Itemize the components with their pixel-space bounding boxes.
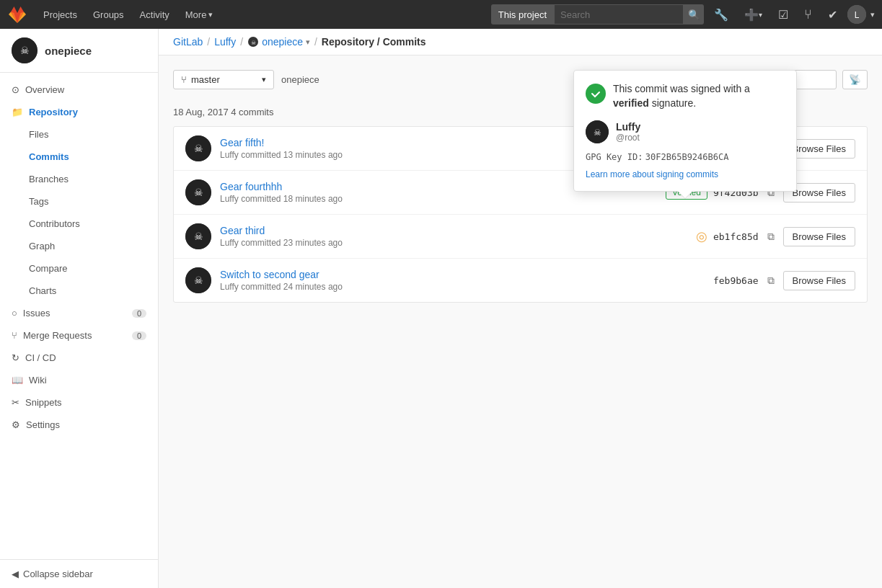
svg-text:☠: ☠ <box>194 143 203 154</box>
logo-area[interactable] <box>7 4 27 24</box>
copy-hash-btn-1[interactable]: ⧉ <box>764 185 777 200</box>
branch-chevron-icon: ▾ <box>262 75 266 84</box>
merge-request-btn[interactable]: ⑂ <box>798 4 818 25</box>
sidebar-item-overview[interactable]: ⊙ Overview <box>0 79 158 101</box>
verified-btn[interactable]: ✔ <box>822 5 843 24</box>
collapse-label: Collapse sidebar <box>23 569 93 579</box>
merge-requests-icon: ⑂ <box>12 330 17 341</box>
nav-more[interactable]: More ▾ <box>178 6 221 23</box>
nav-groups[interactable]: Groups <box>86 6 131 23</box>
repository-label: Repository <box>29 107 78 117</box>
browse-files-btn-1[interactable]: Browse Files <box>783 183 855 202</box>
nav-activity[interactable]: Activity <box>133 6 177 23</box>
graph-label: Graph <box>29 241 55 251</box>
breadcrumb-onepiece[interactable]: onepiece <box>262 36 303 48</box>
more-chevron-icon: ▾ <box>208 10 213 19</box>
wiki-label: Wiki <box>29 375 47 386</box>
breadcrumb-current: Repository / Commits <box>322 36 426 48</box>
search-area: This project 🔍 <box>491 4 704 24</box>
commit-title-link-0[interactable]: Gear fifth! <box>220 137 264 148</box>
browse-files-btn-3[interactable]: Browse Files <box>783 271 855 290</box>
sidebar-item-settings[interactable]: ⚙ Settings <box>0 414 158 436</box>
svg-text:☠: ☠ <box>194 275 203 286</box>
sidebar-item-merge-requests[interactable]: ⑂ Merge Requests 0 <box>0 324 158 347</box>
pending-signature-icon[interactable]: ◎ <box>696 228 707 244</box>
snippets-label: Snippets <box>25 397 62 408</box>
sidebar-item-repository[interactable]: 📁 Repository <box>0 101 158 123</box>
sidebar-item-ci-cd[interactable]: ↻ CI / CD <box>0 347 158 369</box>
settings-label: Settings <box>26 419 60 430</box>
verified-badge-1[interactable]: Verified <box>666 185 707 200</box>
copy-hash-btn-3[interactable]: ⧉ <box>764 273 777 288</box>
sidebar-item-snippets[interactable]: ✂ Snippets <box>0 391 158 414</box>
commit-avatar-3: ☠ <box>185 267 211 293</box>
collapse-sidebar-btn[interactable]: ◀ Collapse sidebar <box>0 559 158 588</box>
breadcrumb-project-icon: ☠ onepiece ▾ <box>247 36 310 48</box>
repo-path: onepiece <box>281 74 319 85</box>
snippets-icon: ✂ <box>12 397 19 408</box>
settings-icon-btn[interactable]: 🔧 <box>708 5 734 24</box>
commit-info-2: Gear third Luffy committed 23 minutes ag… <box>220 225 687 248</box>
sidebar-item-tags[interactable]: Tags <box>6 190 158 213</box>
commit-title-link-2[interactable]: Gear third <box>220 225 265 236</box>
top-navigation: Projects Groups Activity More ▾ This pro… <box>0 0 882 29</box>
ci-cd-icon: ↻ <box>12 352 19 363</box>
browse-files-btn-2[interactable]: Browse Files <box>783 227 855 246</box>
sidebar-item-commits[interactable]: Commits <box>6 146 158 168</box>
user-avatar-img: L <box>847 5 866 24</box>
commit-time-3: 24 minutes ago <box>283 282 343 292</box>
search-input[interactable] <box>554 4 684 24</box>
commit-author-1: Luffy <box>220 194 239 204</box>
contributors-label: Contributors <box>29 218 80 229</box>
browse-files-btn-0[interactable]: Browse Files <box>783 139 855 159</box>
search-commits-input[interactable] <box>678 70 837 89</box>
sidebar-item-issues[interactable]: ○ Issues 0 <box>0 302 158 324</box>
commit-author-2: Luffy <box>220 238 239 248</box>
rss-button[interactable]: 📡 <box>842 70 868 89</box>
commit-info-0: Gear fifth! Luffy committed 13 minutes a… <box>220 137 756 160</box>
sidebar-item-charts[interactable]: Charts <box>6 280 158 302</box>
copy-hash-btn-0[interactable]: ⧉ <box>764 141 777 156</box>
branch-selector[interactable]: ⑂ master ▾ <box>173 70 274 89</box>
sidebar-nav: ⊙ Overview 📁 Repository Files Commits Br… <box>0 73 158 559</box>
svg-text:L: L <box>855 10 860 20</box>
check-circle-icon: ✔ <box>828 8 837 22</box>
content-area: ⑂ master ▾ onepiece 📡 18 Aug, 2017 4 com… <box>159 55 882 317</box>
gitlab-logo-icon <box>7 4 27 24</box>
collapse-icon: ◀ <box>12 569 19 579</box>
table-row: ☠ Switch to second gear Luffy committed … <box>174 259 867 302</box>
search-scope-button[interactable]: This project <box>491 4 554 24</box>
nav-right-area: This project 🔍 🔧 ➕ ▾ ☑ ⑂ ✔ L ▾ <box>491 4 875 25</box>
commit-title-link-3[interactable]: Switch to second gear <box>220 269 319 280</box>
commit-time-1: 18 minutes ago <box>283 194 343 204</box>
breadcrumb-gitlab[interactable]: GitLab <box>173 36 203 48</box>
nav-projects[interactable]: Projects <box>36 6 84 23</box>
new-item-btn[interactable]: ➕ ▾ <box>738 5 768 24</box>
commit-author-0: Luffy <box>220 150 239 160</box>
breadcrumb-sep-2: / <box>240 36 243 48</box>
sidebar-item-graph[interactable]: Graph <box>6 235 158 257</box>
breadcrumb-luffy[interactable]: Luffy <box>214 36 236 48</box>
sidebar-item-branches[interactable]: Branches <box>6 168 158 190</box>
sidebar-item-compare[interactable]: Compare <box>6 257 158 280</box>
toolbar-right: 📡 <box>678 70 868 89</box>
sidebar-item-files[interactable]: Files <box>6 123 158 146</box>
commit-time-2: 23 minutes ago <box>283 238 343 248</box>
wrench-icon: 🔧 <box>714 8 728 22</box>
project-avatar-img: ☠ <box>12 37 38 63</box>
commit-hash-2: eb1fc85d <box>713 231 759 242</box>
commits-list: ☠ Gear fifth! Luffy committed 13 minutes… <box>173 126 868 303</box>
user-avatar-nav[interactable]: L <box>847 5 866 24</box>
search-submit-button[interactable]: 🔍 <box>684 4 704 24</box>
sidebar-item-contributors[interactable]: Contributors <box>6 213 158 235</box>
commit-meta-3: Luffy committed 24 minutes ago <box>220 282 705 292</box>
date-group-header: 18 Aug, 2017 4 commits <box>173 101 868 123</box>
copy-hash-btn-2[interactable]: ⧉ <box>764 229 777 244</box>
breadcrumb-sep-3: / <box>314 36 317 48</box>
commit-title-link-1[interactable]: Gear fourthhh <box>220 181 282 192</box>
todo-btn[interactable]: ☑ <box>772 5 794 24</box>
commit-info-3: Switch to second gear Luffy committed 24… <box>220 269 705 292</box>
sidebar-item-wiki[interactable]: 📖 Wiki <box>0 369 158 391</box>
svg-text:☠: ☠ <box>194 187 203 198</box>
sidebar-sub-repository: Files Commits Branches Tags Contributors… <box>0 123 158 302</box>
